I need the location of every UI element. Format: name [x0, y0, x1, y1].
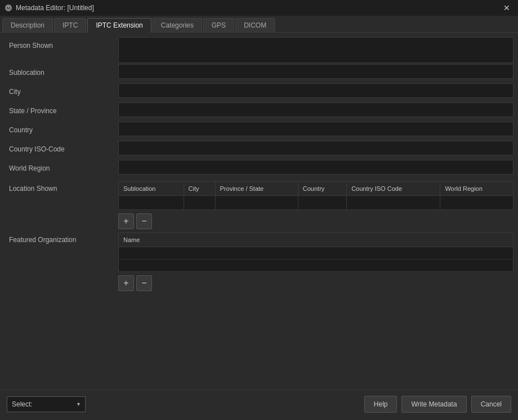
world-region-row: World Region	[0, 160, 513, 178]
tab-gps[interactable]: GPS	[203, 18, 234, 32]
loc-province-cell	[215, 196, 298, 209]
col-country-iso: Country ISO Code	[347, 182, 440, 196]
state-province-label: State / Province	[0, 102, 118, 120]
city-input[interactable]	[118, 83, 513, 98]
org-add-button[interactable]: +	[118, 275, 134, 291]
country-iso-label: Country ISO-Code	[0, 141, 118, 159]
tab-iptc[interactable]: IPTC	[54, 18, 86, 32]
loc-world-region-cell	[440, 196, 513, 209]
tab-categories[interactable]: Categories	[153, 18, 202, 32]
sublocation-row: Sublocation	[0, 64, 513, 82]
location-shown-row: Location Shown Sublocation City Province…	[0, 179, 513, 229]
loc-sublocation-cell	[119, 196, 184, 209]
country-iso-input[interactable]	[118, 141, 513, 155]
person-shown-label: Person Shown	[0, 37, 118, 55]
org-name-cell-2	[119, 259, 513, 271]
person-shown-input[interactable]	[118, 37, 513, 63]
col-sublocation: Sublocation	[119, 182, 184, 196]
loc-country-cell	[298, 196, 346, 209]
city-row: City	[0, 83, 513, 101]
featured-org-section: Name	[118, 233, 513, 292]
org-btn-row: + −	[118, 275, 513, 291]
app-icon: M	[5, 4, 12, 12]
col-province-state: Province / State	[215, 182, 298, 196]
select-wrapper: Select:	[7, 396, 86, 412]
country-row: Country	[0, 122, 513, 140]
sublocation-label: Sublocation	[0, 64, 118, 82]
location-shown-data-row	[119, 196, 513, 209]
col-country: Country	[298, 182, 346, 196]
svg-text:M: M	[7, 6, 11, 11]
state-province-input[interactable]	[118, 102, 513, 117]
org-data-row-2	[119, 259, 513, 271]
bottom-right: Help Write Metadata Cancel	[364, 396, 511, 413]
org-remove-button[interactable]: −	[136, 275, 152, 291]
help-button[interactable]: Help	[364, 396, 398, 413]
tab-dicom[interactable]: DICOM	[235, 18, 275, 32]
location-shown-table: Sublocation City Province / State Countr…	[119, 182, 513, 209]
cancel-button[interactable]: Cancel	[471, 396, 511, 413]
country-label: Country	[0, 122, 118, 140]
location-remove-button[interactable]: −	[136, 213, 152, 229]
featured-org-row: Featured Organization Name	[0, 230, 513, 296]
tab-description[interactable]: Description	[2, 18, 53, 32]
loc-iso-cell	[347, 196, 440, 209]
close-button[interactable]: ✕	[500, 2, 513, 14]
org-data-row-1	[119, 247, 513, 259]
org-name-cell-1	[119, 247, 513, 259]
state-province-row: State / Province	[0, 102, 513, 120]
location-shown-table-container: Sublocation City Province / State Countr…	[118, 181, 513, 210]
col-world-region: World Region	[440, 182, 513, 196]
write-metadata-button[interactable]: Write Metadata	[401, 396, 466, 413]
person-shown-row: Person Shown	[0, 37, 513, 63]
city-label: City	[0, 83, 118, 101]
loc-city-cell	[184, 196, 215, 209]
location-shown-section: Sublocation City Province / State Countr…	[118, 181, 513, 229]
bottom-bar: Select: Help Write Metadata Cancel	[0, 390, 518, 418]
org-table: Name	[119, 233, 513, 272]
select-dropdown[interactable]: Select:	[7, 396, 86, 412]
field-rows: Person Shown Sublocation City State / Pr…	[0, 37, 513, 297]
bottom-left: Select:	[7, 396, 86, 412]
country-iso-row: Country ISO-Code	[0, 141, 513, 159]
world-region-label: World Region	[0, 160, 118, 178]
tab-iptc-extension[interactable]: IPTC Extension	[87, 18, 151, 33]
location-shown-label: Location Shown	[0, 181, 118, 198]
location-btn-row: + −	[118, 213, 513, 229]
org-table-container: Name	[118, 233, 513, 272]
main-layout: Person Shown Sublocation City State / Pr…	[0, 33, 518, 418]
scroll-area: Person Shown Sublocation City State / Pr…	[0, 33, 518, 390]
col-city: City	[184, 182, 215, 196]
title-bar-text: Metadata Editor: [Untitled]	[16, 4, 94, 12]
world-region-input[interactable]	[118, 160, 513, 175]
country-input[interactable]	[118, 122, 513, 136]
title-bar-left: M Metadata Editor: [Untitled]	[5, 4, 94, 12]
featured-org-label: Featured Organization	[0, 233, 118, 249]
tab-bar: Description IPTC IPTC Extension Categori…	[0, 16, 518, 33]
org-col-name: Name	[119, 233, 513, 247]
location-add-button[interactable]: +	[118, 213, 134, 229]
sublocation-input[interactable]	[118, 64, 513, 79]
title-bar: M Metadata Editor: [Untitled] ✕	[0, 0, 518, 16]
